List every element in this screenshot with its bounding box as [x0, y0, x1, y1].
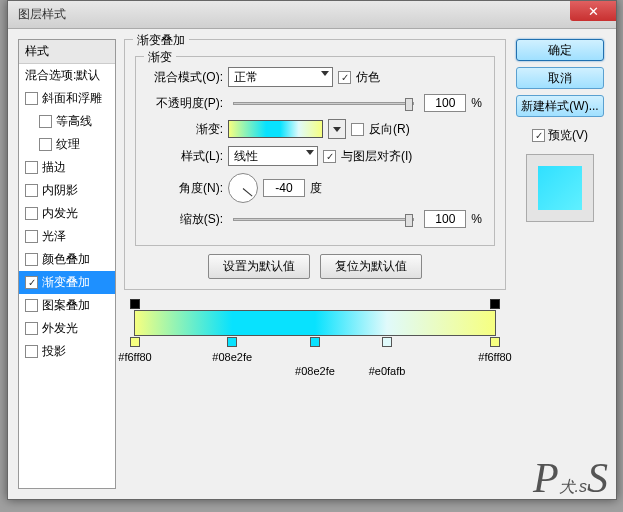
style-item[interactable]: 外发光 — [19, 317, 115, 340]
style-checkbox[interactable] — [25, 322, 38, 335]
group-legend: 渐变叠加 — [133, 32, 189, 49]
styles-list: 样式 混合选项:默认 斜面和浮雕等高线纹理描边内阴影内发光光泽颜色叠加渐变叠加图… — [18, 39, 116, 489]
style-item[interactable]: 投影 — [19, 340, 115, 363]
style-checkbox[interactable] — [25, 161, 38, 174]
chevron-down-icon — [321, 71, 329, 76]
stop-hex-label: #e0fafb — [369, 365, 406, 377]
style-item[interactable]: 颜色叠加 — [19, 248, 115, 271]
gradient-label: 渐变: — [148, 121, 223, 138]
blend-mode-label: 混合模式(O): — [148, 69, 223, 86]
style-item[interactable]: 光泽 — [19, 225, 115, 248]
reverse-checkbox[interactable] — [351, 123, 364, 136]
align-label: 与图层对齐(I) — [341, 148, 412, 165]
stop-hex-label: #f6ff80 — [478, 351, 511, 363]
blend-options-item[interactable]: 混合选项:默认 — [19, 64, 115, 87]
style-item[interactable]: 内发光 — [19, 202, 115, 225]
center-panel: 渐变叠加 渐变 混合模式(O): 正常 仿色 不透明度(P): — [124, 39, 506, 489]
color-stop[interactable] — [227, 337, 237, 347]
scale-slider[interactable] — [233, 218, 414, 221]
close-button[interactable]: ✕ — [570, 1, 616, 21]
style-item[interactable]: 图案叠加 — [19, 294, 115, 317]
color-stop[interactable] — [130, 337, 140, 347]
style-checkbox[interactable] — [25, 276, 38, 289]
layer-style-dialog: 图层样式 ✕ 样式 混合选项:默认 斜面和浮雕等高线纹理描边内阴影内发光光泽颜色… — [7, 0, 617, 500]
style-checkbox[interactable] — [25, 207, 38, 220]
subgroup-legend: 渐变 — [144, 49, 176, 66]
style-checkbox[interactable] — [25, 92, 38, 105]
color-stop[interactable] — [310, 337, 320, 347]
gradient-overlay-group: 渐变叠加 渐变 混合模式(O): 正常 仿色 不透明度(P): — [124, 39, 506, 290]
style-item[interactable]: 渐变叠加 — [19, 271, 115, 294]
titlebar[interactable]: 图层样式 ✕ — [8, 1, 616, 29]
ok-button[interactable]: 确定 — [516, 39, 604, 61]
style-checkbox[interactable] — [25, 184, 38, 197]
style-label: 投影 — [42, 343, 66, 360]
style-label: 内发光 — [42, 205, 78, 222]
color-stop[interactable] — [382, 337, 392, 347]
style-label: 纹理 — [56, 136, 80, 153]
chevron-down-icon — [333, 127, 341, 132]
style-label: 图案叠加 — [42, 297, 90, 314]
style-label: 颜色叠加 — [42, 251, 90, 268]
opacity-stop[interactable] — [130, 299, 140, 309]
stop-hex-label: #f6ff80 — [118, 351, 151, 363]
color-stop[interactable] — [490, 337, 500, 347]
stop-hex-label: #08e2fe — [212, 351, 252, 363]
style-label: 描边 — [42, 159, 66, 176]
blend-mode-select[interactable]: 正常 — [228, 67, 333, 87]
cancel-button[interactable]: 取消 — [516, 67, 604, 89]
stop-hex-label: #08e2fe — [295, 365, 335, 377]
style-label: 斜面和浮雕 — [42, 90, 102, 107]
style-item[interactable]: 纹理 — [19, 133, 115, 156]
gradient-bar[interactable]: #f6ff80 #08e2fe #08e2fe #e0fafb #f6ff80 — [134, 310, 496, 336]
style-label: 样式(L): — [148, 148, 223, 165]
preview-swatch — [526, 154, 594, 222]
reset-default-button[interactable]: 复位为默认值 — [320, 254, 422, 279]
angle-unit: 度 — [310, 180, 322, 197]
window-title: 图层样式 — [18, 6, 66, 23]
angle-label: 角度(N): — [148, 180, 223, 197]
opacity-label: 不透明度(P): — [148, 95, 223, 112]
align-checkbox[interactable] — [323, 150, 336, 163]
style-label: 外发光 — [42, 320, 78, 337]
gradient-picker[interactable] — [228, 120, 323, 138]
scale-input[interactable] — [424, 210, 466, 228]
style-checkbox[interactable] — [39, 138, 52, 151]
opacity-input[interactable] — [424, 94, 466, 112]
style-checkbox[interactable] — [25, 299, 38, 312]
style-item[interactable]: 斜面和浮雕 — [19, 87, 115, 110]
style-item[interactable]: 内阴影 — [19, 179, 115, 202]
gradient-editor: #f6ff80 #08e2fe #08e2fe #e0fafb #f6ff80 — [124, 310, 506, 336]
scale-label: 缩放(S): — [148, 211, 223, 228]
style-checkbox[interactable] — [25, 345, 38, 358]
style-label: 渐变叠加 — [42, 274, 90, 291]
style-item[interactable]: 等高线 — [19, 110, 115, 133]
style-select[interactable]: 线性 — [228, 146, 318, 166]
preview-checkbox[interactable] — [532, 129, 545, 142]
angle-input[interactable] — [263, 179, 305, 197]
style-checkbox[interactable] — [25, 253, 38, 266]
style-checkbox[interactable] — [39, 115, 52, 128]
gradient-dropdown[interactable] — [328, 119, 346, 139]
opacity-slider[interactable] — [233, 102, 414, 105]
new-style-button[interactable]: 新建样式(W)... — [516, 95, 604, 117]
gradient-subgroup: 渐变 混合模式(O): 正常 仿色 不透明度(P): % — [135, 56, 495, 246]
style-label: 光泽 — [42, 228, 66, 245]
make-default-button[interactable]: 设置为默认值 — [208, 254, 310, 279]
styles-header[interactable]: 样式 — [19, 40, 115, 64]
preview-label: 预览(V) — [548, 127, 588, 144]
style-label: 内阴影 — [42, 182, 78, 199]
style-item[interactable]: 描边 — [19, 156, 115, 179]
dither-checkbox[interactable] — [338, 71, 351, 84]
style-label: 等高线 — [56, 113, 92, 130]
style-checkbox[interactable] — [25, 230, 38, 243]
chevron-down-icon — [306, 150, 314, 155]
angle-dial[interactable] — [228, 173, 258, 203]
dither-label: 仿色 — [356, 69, 380, 86]
reverse-label: 反向(R) — [369, 121, 410, 138]
opacity-stop[interactable] — [490, 299, 500, 309]
right-panel: 确定 取消 新建样式(W)... 预览(V) — [514, 39, 606, 489]
